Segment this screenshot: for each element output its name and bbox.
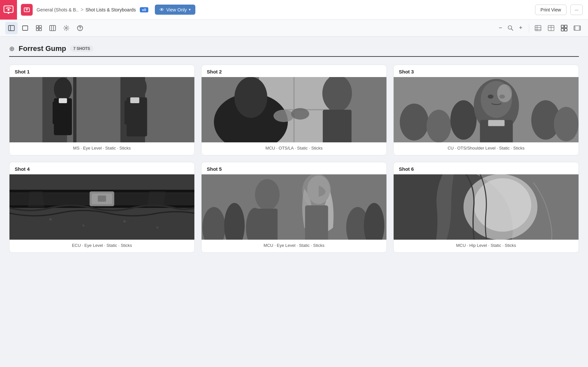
breadcrumb-parent[interactable]: General (Shots & B.. — [37, 7, 78, 12]
svg-point-42 — [54, 78, 72, 101]
svg-point-71 — [488, 94, 494, 99]
svg-rect-28 — [561, 28, 564, 31]
toolbar-right: − + — [496, 23, 583, 34]
grid-view-button[interactable] — [33, 22, 45, 34]
svg-point-58 — [235, 77, 268, 118]
table-view-mode-button[interactable] — [546, 23, 557, 34]
shot-3-label: Shot 3 — [394, 65, 579, 77]
shot-4-image — [9, 174, 194, 240]
shot-5-label: Shot 5 — [202, 162, 386, 174]
svg-point-87 — [156, 227, 158, 229]
svg-rect-7 — [36, 25, 39, 28]
shot-2-metadata: MCU · OTS/LA · Static · Sticks — [202, 142, 386, 151]
help-button[interactable] — [74, 22, 86, 34]
shot-card-5[interactable]: Shot 5 — [201, 162, 387, 253]
grid-icon — [36, 25, 42, 31]
svg-rect-6 — [23, 26, 28, 30]
svg-rect-27 — [564, 25, 567, 28]
scene-divider — [9, 56, 579, 57]
shot-6-metadata: MCU · Hip Level · Static · Sticks — [394, 240, 579, 248]
film-view-icon — [574, 24, 581, 32]
svg-rect-45 — [63, 102, 69, 124]
shot-5-metadata: MCU · Eye Level · Static · Sticks — [202, 240, 386, 248]
shot-3-image — [394, 77, 579, 142]
shot-card-4[interactable]: Shot 4 — [9, 162, 195, 253]
zoom-icon — [507, 25, 514, 31]
shot-card-6[interactable]: Shot 6 — [393, 162, 579, 253]
eye-icon: 👁 — [159, 7, 164, 12]
shot-grid: Shot 1 — [9, 65, 579, 253]
svg-rect-74 — [488, 120, 504, 126]
svg-point-86 — [123, 220, 126, 223]
scene-header: ⊕ Forrest Gump 7 SHOTS — [9, 44, 579, 53]
shot-4-label: Shot 4 — [9, 162, 194, 174]
svg-point-64 — [400, 104, 429, 140]
svg-rect-83 — [98, 196, 106, 202]
grid-view-mode-icon — [561, 24, 568, 32]
shot-1-metadata: MS · Eye Level · Static · Sticks — [9, 142, 194, 151]
breadcrumb-separator: > — [80, 7, 83, 13]
svg-rect-32 — [579, 26, 580, 30]
breadcrumb-current[interactable]: Shot Lists & Storyboards — [86, 7, 136, 12]
sidebar-toggle-button[interactable] — [5, 22, 18, 34]
app-logo-icon — [3, 5, 14, 15]
svg-point-3 — [26, 9, 27, 10]
frame-view-button[interactable] — [19, 22, 31, 34]
svg-rect-11 — [50, 25, 56, 31]
list-view-mode-button[interactable] — [532, 23, 544, 34]
svg-rect-8 — [39, 25, 41, 28]
version-badge[interactable]: v0 — [140, 7, 148, 12]
view-only-button[interactable]: 👁 View Only ▾ — [155, 5, 195, 15]
project-icon — [24, 7, 30, 13]
svg-point-65 — [427, 110, 451, 142]
svg-rect-26 — [561, 25, 564, 28]
scene-title: Forrest Gump — [19, 44, 66, 53]
svg-point-84 — [49, 218, 52, 221]
svg-rect-44 — [53, 102, 58, 124]
svg-rect-19 — [535, 25, 541, 31]
settings-icon — [63, 25, 70, 31]
shot-card-1[interactable]: Shot 1 — [9, 65, 195, 155]
zoom-in-button[interactable]: + — [516, 23, 526, 33]
sidebar-icon — [8, 25, 15, 31]
svg-rect-10 — [39, 28, 41, 31]
svg-point-75 — [497, 84, 512, 102]
chevron-down-icon: ▾ — [189, 8, 191, 12]
svg-point-14 — [66, 27, 67, 29]
settings-button[interactable] — [60, 22, 73, 34]
grid-view-mode-button[interactable] — [559, 23, 570, 34]
svg-rect-40 — [73, 77, 76, 142]
svg-rect-29 — [564, 28, 567, 31]
svg-line-18 — [512, 29, 513, 30]
shot-card-2[interactable]: Shot 2 — [201, 65, 387, 155]
app-logo — [0, 0, 17, 20]
svg-rect-31 — [574, 26, 575, 30]
header: General (Shots & B.. > Shot Lists & Stor… — [0, 0, 588, 20]
column-icon — [49, 25, 56, 31]
film-view-mode-button[interactable] — [572, 23, 583, 34]
zoom-out-button[interactable]: − — [496, 23, 505, 33]
svg-point-97 — [255, 179, 280, 210]
svg-rect-49 — [124, 101, 131, 124]
shot-3-metadata: CU · OTS/Shoulder Level · Static · Stick… — [394, 142, 579, 151]
svg-point-61 — [273, 110, 294, 122]
shots-count-badge: 7 SHOTS — [70, 45, 93, 52]
svg-rect-98 — [257, 209, 278, 240]
shot-2-image — [202, 77, 386, 142]
svg-rect-96 — [305, 205, 328, 240]
column-view-button[interactable] — [46, 22, 59, 34]
svg-rect-60 — [323, 110, 351, 142]
svg-rect-46 — [59, 98, 67, 103]
main-content: ⊕ Forrest Gump 7 SHOTS Shot 1 — [0, 37, 588, 367]
print-view-button[interactable]: Print View — [535, 5, 567, 15]
svg-rect-50 — [137, 101, 143, 124]
svg-rect-4 — [8, 25, 14, 31]
view-only-label: View Only — [166, 7, 187, 12]
shot-card-3[interactable]: Shot 3 — [393, 65, 579, 155]
svg-rect-51 — [130, 97, 139, 103]
svg-point-16 — [80, 29, 80, 30]
more-options-button[interactable]: ··· — [570, 5, 583, 15]
svg-point-17 — [508, 25, 512, 29]
svg-point-62 — [291, 108, 309, 120]
shot-6-image — [394, 174, 579, 240]
